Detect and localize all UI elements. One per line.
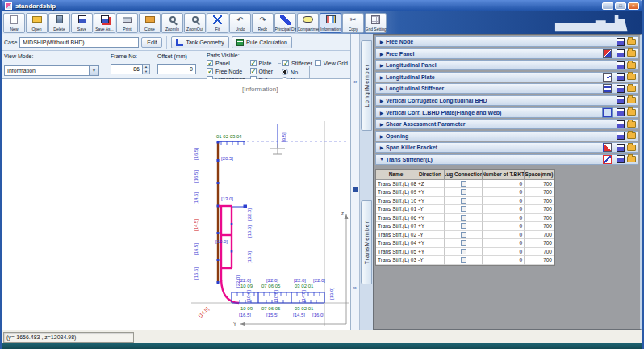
table-row[interactable]: Trans Stiff.(L) 08 +Z 0 700 [376,180,554,189]
lug-checkbox-icon[interactable] [461,215,466,221]
save-icon[interactable] [617,38,625,46]
stiffener-checkbox[interactable]: Stiffener [281,60,314,66]
section-row[interactable]: ▶ Free Node [375,36,638,47]
toolbar-button[interactable]: New [3,13,25,33]
save-icon[interactable] [617,155,625,163]
lug-checkbox-icon[interactable] [461,198,466,204]
panel-splitter[interactable]: « » [351,34,360,330]
section-row[interactable]: ▼ Trans Stiffener(L) [375,154,638,165]
parts-visible-checkbox[interactable]: Plate [250,60,274,66]
expand-arrow-icon[interactable]: ▶ [378,51,386,57]
expand-arrow-icon[interactable]: ▶ [378,98,386,103]
toolbar-button[interactable]: ZoomIn [161,13,183,33]
view-grid-checkbox[interactable]: View Grid [315,60,348,66]
expand-arrow-icon[interactable]: ▶ [378,145,386,150]
parts-visible-checkbox[interactable]: Other [250,68,274,74]
toolbar-button[interactable]: Grid Setting [365,13,387,33]
section-row[interactable]: ▶ Vertical Corr. L.BHD Plate(Flange and … [375,107,638,118]
toolbar-button[interactable]: Close [139,13,161,33]
lug-checkbox-icon[interactable] [461,232,466,238]
folder-icon[interactable] [627,62,636,69]
folder-icon[interactable] [627,145,636,151]
section-row[interactable]: ▶ Vertical Corrugated Longitudinal BHD [375,95,638,106]
folder-icon[interactable] [627,109,636,116]
expand-arrow-icon[interactable]: ▶ [378,62,386,68]
radio-icon[interactable] [282,69,288,75]
section-type-icon[interactable] [603,108,612,117]
parts-visible-checkbox[interactable]: Free Node [207,68,245,74]
section-row[interactable]: ▶ Free Panel [375,48,638,59]
tab-transmember[interactable]: TransMember [361,200,372,284]
expand-arrow-icon[interactable]: ▶ [378,110,386,116]
lug-checkbox-icon[interactable] [461,181,466,187]
table-row[interactable]: Trans Stiff.(L) 03 -Y 0 700 [376,256,554,265]
toolbar-button[interactable]: Compartment [297,13,319,33]
table-row[interactable]: Trans Stiff.(L) 09 +Y 0 700 [376,188,554,197]
checkbox-icon[interactable] [207,60,213,66]
toolbar-button[interactable]: ↷ Redo [252,13,274,33]
save-icon[interactable] [617,132,625,140]
view-mode-dropdown[interactable]: Information ▼ [4,65,99,76]
save-icon[interactable] [617,120,625,128]
toolbar-button[interactable]: Information [320,13,341,33]
toolbar-button[interactable]: Save [71,13,93,33]
expand-arrow-icon[interactable]: ▶ [378,39,386,44]
frame-no-value[interactable]: 86 [111,64,143,74]
folder-icon[interactable] [627,156,636,162]
folder-icon[interactable] [627,86,636,92]
toolbar-button[interactable]: ↶ Undo [229,13,251,33]
splitter-handle-icon[interactable] [353,187,358,192]
section-row[interactable]: ▶ Longitudinal Panel [375,60,638,70]
tab-longimember[interactable]: LongiMember [361,40,372,131]
toolbar-button[interactable]: Save As... [94,13,115,33]
tank-geometry-button[interactable]: Tank Geometry [171,36,228,48]
expand-arrow-icon[interactable]: ▶ [378,121,386,127]
folder-icon[interactable] [627,50,636,57]
toolbar-button[interactable]: Open [26,13,48,33]
section-row[interactable]: ▶ Shear Assessment Parameter [375,119,638,129]
lug-checkbox-icon[interactable] [461,223,466,229]
stiffener-radio-no[interactable]: No. [282,69,306,75]
table-row[interactable]: Trans Stiff.(L) 07 +Y 0 700 [376,222,554,231]
section-row[interactable]: ▶ Opening [375,131,638,141]
folder-icon[interactable] [627,39,636,45]
checkbox-icon[interactable] [207,68,213,74]
parts-visible-checkbox[interactable]: Panel [207,60,245,66]
section-row[interactable]: ▶ Longitudinal Stiffener [375,83,638,94]
table-row[interactable]: Trans Stiff.(L) 01 -Y 0 700 [376,205,554,214]
toolbar-button[interactable]: Principal Dimensions [274,13,296,33]
table-row[interactable]: Trans Stiff.(L) 06 +Y 0 700 [376,214,554,223]
chevron-down-icon[interactable]: ▼ [89,66,98,75]
section-type-icon[interactable] [603,84,612,93]
toolbar-button[interactable]: Fit [207,13,228,33]
save-icon[interactable] [617,144,625,152]
folder-icon[interactable] [627,132,636,139]
table-row[interactable]: Trans Stiff.(L) 05 +Y 0 700 [376,248,554,257]
expand-arrow-icon[interactable]: ▶ [378,86,386,91]
toolbar-button[interactable]: Delete [48,13,70,33]
frame-no-spinbox[interactable]: 86 ▲▼ [111,64,153,78]
rule-calculation-button[interactable]: Rule Calculation [232,36,292,48]
save-icon[interactable] [617,96,625,104]
edit-button[interactable]: Edit [141,37,162,48]
table-row[interactable]: Trans Stiff.(L) 02 -Y 0 700 [376,231,554,240]
close-button[interactable]: × [628,2,639,10]
checkbox-icon[interactable] [250,68,257,74]
save-icon[interactable] [617,61,625,69]
section-type-icon[interactable] [603,155,612,164]
section-type-icon[interactable] [603,143,612,152]
expand-arrow-icon[interactable]: ▼ [378,157,386,162]
toolbar-button[interactable]: Print [116,13,138,33]
case-input[interactable]: MIDSHIP(WithoutLBHD) [19,37,139,48]
save-icon[interactable] [617,108,625,116]
checkbox-icon[interactable] [250,60,257,66]
spinner-icon[interactable]: ▲▼ [143,64,150,74]
table-row[interactable]: Trans Stiff.(L) 04 +Y 0 700 [376,239,554,248]
folder-icon[interactable] [627,97,636,103]
minimize-button[interactable]: – [602,2,613,10]
lug-checkbox-icon[interactable] [461,189,466,195]
maximize-button[interactable]: □ [615,2,626,10]
drawing-canvas[interactable]: [Information] [2,79,350,330]
lug-checkbox-icon[interactable] [461,240,466,246]
collapse-left-icon[interactable]: « [353,79,357,86]
